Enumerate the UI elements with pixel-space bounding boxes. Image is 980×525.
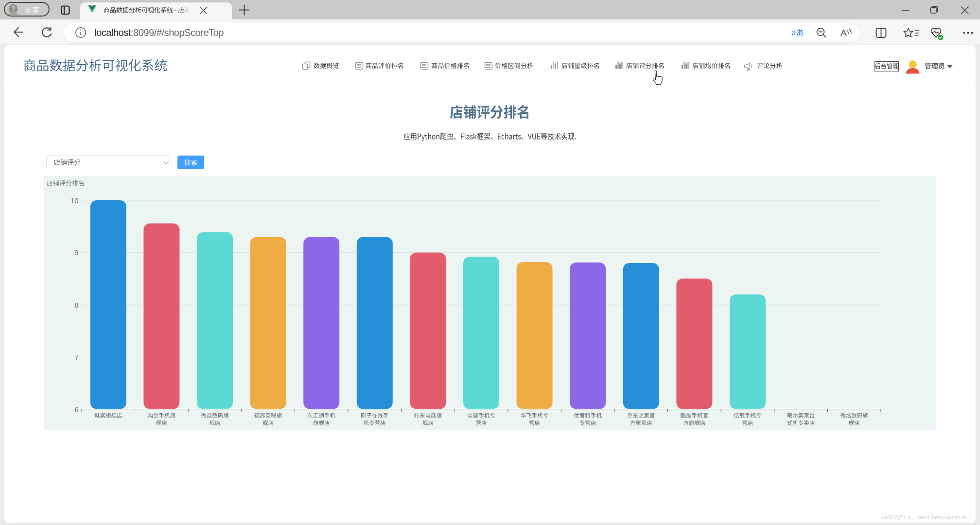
svg-text:10: 10 [70,196,79,205]
svg-text:?: ? [11,5,15,12]
svg-text:9: 9 [74,248,78,257]
svg-text:8: 8 [74,301,78,309]
svg-text:7: 7 [74,353,78,361]
svg-text:A: A [840,28,847,38]
svg-text:6: 6 [74,405,78,414]
